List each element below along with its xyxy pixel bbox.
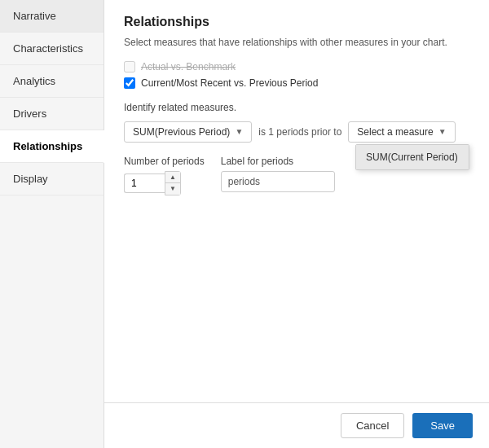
measure-dropdown-popup: SUM(Current Period) xyxy=(355,144,469,170)
sidebar-item-label: Characteristics xyxy=(13,42,83,55)
page-description: Select measures that have relationships … xyxy=(124,36,469,50)
identify-label: Identify related measures. xyxy=(124,102,469,113)
number-periods-input[interactable] xyxy=(124,173,165,193)
chevron-down-icon: ▼ xyxy=(235,127,243,136)
checkbox-group: Actual vs. Benchmark Current/Most Recent… xyxy=(124,61,469,89)
stepper-down-button[interactable]: ▼ xyxy=(165,183,180,195)
sidebar: Narrative Characteristics Analytics Driv… xyxy=(0,0,104,448)
sidebar-item-drivers[interactable]: Drivers xyxy=(0,98,104,130)
sidebar-item-display[interactable]: Display xyxy=(0,163,104,195)
save-button[interactable]: Save xyxy=(412,413,473,438)
sum-previous-label: SUM(Previous Period) xyxy=(133,126,230,138)
sidebar-item-relationships[interactable]: Relationships xyxy=(0,130,104,163)
between-text: is 1 periods prior to xyxy=(258,126,341,138)
checkbox-disabled-label: Actual vs. Benchmark xyxy=(141,61,236,72)
sum-previous-dropdown[interactable]: SUM(Previous Period) ▼ xyxy=(124,121,252,143)
sidebar-item-label: Relationships xyxy=(13,140,82,152)
main-panel: Relationships Select measures that have … xyxy=(104,0,489,448)
select-measure-label: Select a measure xyxy=(357,126,433,138)
current-vs-previous-checkbox[interactable] xyxy=(124,77,135,89)
footer: Cancel Save xyxy=(104,402,489,448)
sidebar-item-label: Analytics xyxy=(13,75,55,87)
actual-vs-benchmark-checkbox[interactable] xyxy=(124,61,135,72)
sidebar-item-label: Narrative xyxy=(13,10,56,22)
page-title: Relationships xyxy=(124,15,469,29)
checkbox-enabled-label: Current/Most Recent vs. Previous Period xyxy=(141,77,318,89)
sidebar-item-analytics[interactable]: Analytics xyxy=(0,65,104,98)
checkbox-row-enabled: Current/Most Recent vs. Previous Period xyxy=(124,77,469,89)
cancel-button[interactable]: Cancel xyxy=(341,413,404,438)
sidebar-item-characteristics[interactable]: Characteristics xyxy=(0,33,104,65)
number-periods-group: Number of periods ▲ ▼ xyxy=(124,156,205,195)
label-periods-label: Label for periods xyxy=(221,156,335,167)
main-content: Relationships Select measures that have … xyxy=(104,0,489,402)
sidebar-item-narrative[interactable]: Narrative xyxy=(0,0,104,33)
checkbox-row-disabled: Actual vs. Benchmark xyxy=(124,61,469,72)
sidebar-item-label: Display xyxy=(13,173,48,185)
sum-current-period-option[interactable]: SUM(Current Period) xyxy=(356,145,469,169)
number-stepper: ▲ ▼ xyxy=(165,171,181,195)
number-periods-label: Number of periods xyxy=(124,156,205,167)
select-measure-dropdown[interactable]: Select a measure ▼ xyxy=(348,121,455,143)
chevron-down-icon-2: ▼ xyxy=(438,127,447,136)
label-periods-group: Label for periods xyxy=(221,156,335,195)
measure-controls-row: SUM(Previous Period) ▼ is 1 periods prio… xyxy=(124,121,469,143)
number-periods-input-row: ▲ ▼ xyxy=(124,171,205,195)
label-periods-input[interactable] xyxy=(221,171,335,192)
stepper-up-button[interactable]: ▲ xyxy=(165,172,180,183)
sidebar-item-label: Drivers xyxy=(13,108,46,120)
